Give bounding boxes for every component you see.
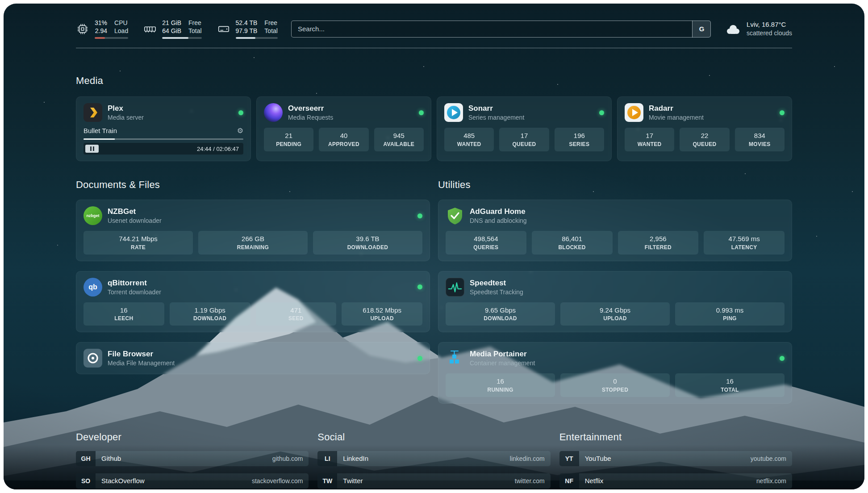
bookmarks-developer: Developer GH Github github.com SO StackO… <box>76 431 309 489</box>
dashboard-content: 31% 2.94 CPU Load <box>4 4 864 489</box>
stat-seed: 471 SEED <box>256 302 337 326</box>
service-name: Radarr <box>649 104 704 113</box>
memory-icon <box>143 22 157 36</box>
section-title-media: Media <box>76 75 792 87</box>
status-dot <box>417 284 422 289</box>
service-link-plex[interactable]: Plex Media server <box>83 103 243 122</box>
service-link-qbittorrent[interactable]: qb qBittorrent Torrent downloader <box>83 278 422 297</box>
stat-remaining: 266 GB REMAINING <box>198 231 308 254</box>
overseerr-icon <box>264 103 283 122</box>
stat-leech: 16 LEECH <box>83 302 164 326</box>
service-card-sonarr: Sonarr Series management 485 WANTED 17 Q… <box>437 96 612 161</box>
stat-download: 1.19 Gbps DOWNLOAD <box>170 302 250 326</box>
status-dot <box>417 356 422 361</box>
search-bar: G <box>291 21 711 38</box>
cloud-icon <box>724 22 741 36</box>
stat-rate: 744.21 Mbps RATE <box>83 231 193 254</box>
service-card-radarr: Radarr Movie management 17 WANTED 22 QUE… <box>617 96 792 161</box>
bookmark-github[interactable]: GH Github github.com <box>76 451 309 466</box>
playback-time: 24:44 / 02:06:47 <box>197 146 239 152</box>
stat-stopped: 0 STOPPED <box>560 373 670 397</box>
service-name: Speedtest <box>470 278 523 288</box>
stat-queries: 498,564 QUERIES <box>446 231 526 254</box>
stat-series: 196 SERIES <box>555 128 604 151</box>
service-name: NZBGet <box>108 207 162 217</box>
service-link-overseerr[interactable]: Overseerr Media Requests <box>264 103 424 122</box>
weather-condition: scattered clouds <box>747 29 792 38</box>
stat-blocked: 86,401 BLOCKED <box>532 231 613 254</box>
cpu-stat: 31% 2.94 CPU Load <box>76 19 128 39</box>
status-dot <box>599 110 604 115</box>
bookmark-badge: YT <box>559 451 579 466</box>
disk-icon <box>217 22 230 36</box>
section-documents: Documents & Files nzbget NZBGet Usenet d… <box>76 179 430 374</box>
bookmark-stackoverflow[interactable]: SO StackOverflow stackoverflow.com <box>76 473 309 489</box>
service-link-filebrowser[interactable]: File Browser Media File Management <box>83 349 422 368</box>
service-link-radarr[interactable]: Radarr Movie management <box>625 103 785 122</box>
cpu-load-value: 2.94 <box>95 27 107 35</box>
service-subtitle: Media server <box>108 113 144 121</box>
bookmark-badge: SO <box>76 473 96 489</box>
portainer-icon <box>446 349 464 368</box>
service-subtitle: Series management <box>468 113 524 121</box>
search-input[interactable] <box>291 21 711 38</box>
bookmark-badge: GH <box>76 451 96 466</box>
bookmark-name: Github <box>101 455 121 462</box>
playback-progress-bar[interactable] <box>83 138 243 140</box>
service-card-adguard: AdGuard Home DNS and adblocking 498,564 … <box>438 200 792 261</box>
service-link-nzbget[interactable]: nzbget NZBGet Usenet downloader <box>83 206 422 225</box>
weather-widget[interactable]: Lviv, 16.87°C scattered clouds <box>724 20 792 38</box>
radarr-icon <box>625 103 643 122</box>
stat-pending: 21 PENDING <box>264 128 313 151</box>
gear-icon[interactable]: ⚙ <box>237 127 243 134</box>
bookmark-twitter[interactable]: TW Twitter twitter.com <box>317 473 550 489</box>
service-subtitle: Media File Management <box>108 359 175 367</box>
nzbget-icon: nzbget <box>83 206 102 225</box>
stat-latency: 47.569 ms LATENCY <box>704 231 785 254</box>
stat-available: 945 AVAILABLE <box>374 128 424 151</box>
search-provider-button[interactable]: G <box>692 21 711 38</box>
memory-usage-bar <box>162 37 201 39</box>
service-subtitle: Movie management <box>649 113 704 121</box>
bookmark-url: stackoverflow.com <box>252 477 303 485</box>
service-card-speedtest: Speedtest Speedtest Tracking 9.65 Gbps D… <box>438 271 792 332</box>
pause-button[interactable] <box>85 145 99 153</box>
section-title-entertainment: Entertainment <box>559 431 792 443</box>
stat-filtered: 2,956 FILTERED <box>618 231 699 254</box>
snow-particles <box>4 4 4 4</box>
bookmark-linkedin[interactable]: LI LinkedIn linkedin.com <box>317 451 550 466</box>
stat-running: 16 RUNNING <box>446 373 555 397</box>
memory-free-value: 21 GiB <box>162 19 181 27</box>
disk-stat: 52.4 TB 97.9 TB Free Total <box>217 19 278 39</box>
section-title-developer: Developer <box>76 431 309 443</box>
bookmark-url: linkedin.com <box>510 455 545 462</box>
service-name: Overseerr <box>288 104 333 113</box>
service-link-adguard[interactable]: AdGuard Home DNS and adblocking <box>446 206 785 225</box>
service-name: Media Portainer <box>470 349 535 359</box>
stat-total: 16 TOTAL <box>675 373 785 397</box>
service-link-speedtest[interactable]: Speedtest Speedtest Tracking <box>446 278 785 297</box>
status-dot <box>780 356 785 361</box>
bookmarks-social: Social LI LinkedIn linkedin.com TW Twitt… <box>317 431 550 489</box>
service-link-portainer[interactable]: Media Portainer Container management <box>446 349 785 368</box>
disk-label-bottom: Total <box>264 27 278 35</box>
stat-upload: 9.24 Gbps UPLOAD <box>560 302 670 326</box>
bookmark-name: Twitter <box>343 477 363 485</box>
bookmark-netflix[interactable]: NF Netflix netflix.com <box>559 473 792 489</box>
service-name: Plex <box>108 104 144 113</box>
sonarr-icon <box>444 103 463 122</box>
status-dot <box>780 110 785 115</box>
now-playing-title: Bullet Train <box>83 127 117 134</box>
disk-usage-bar <box>236 37 278 39</box>
section-title-social: Social <box>317 431 550 443</box>
playback-controls: 24:44 / 02:06:47 <box>83 143 243 155</box>
service-name: AdGuard Home <box>470 207 527 217</box>
bookmark-youtube[interactable]: YT YouTube youtube.com <box>559 451 792 466</box>
service-link-sonarr[interactable]: Sonarr Series management <box>444 103 604 122</box>
cpu-icon <box>76 22 89 36</box>
stat-approved: 40 APPROVED <box>319 128 368 151</box>
speedtest-icon <box>446 278 464 297</box>
service-card-qbittorrent: qb qBittorrent Torrent downloader 16 LEE… <box>76 271 430 332</box>
bookmark-name: LinkedIn <box>343 455 368 462</box>
service-subtitle: Speedtest Tracking <box>470 288 523 296</box>
